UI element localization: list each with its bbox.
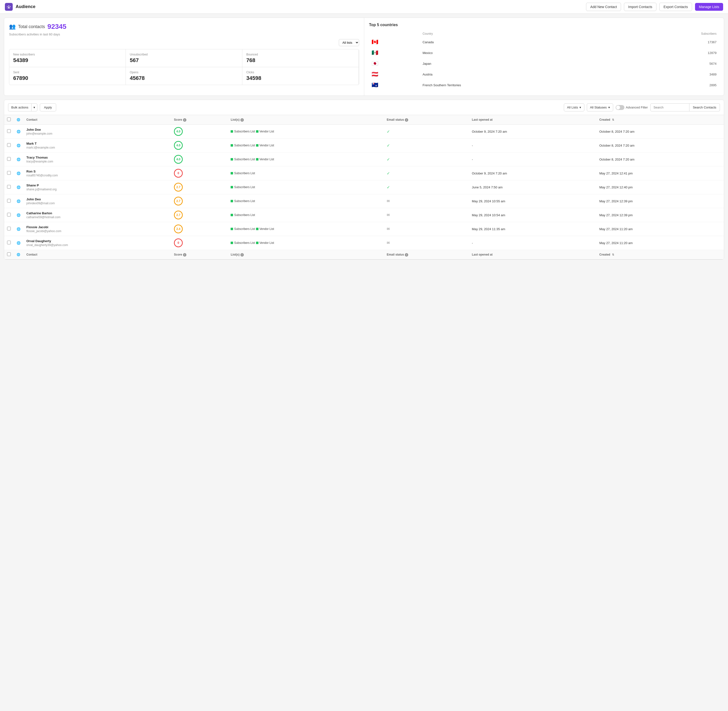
footer-score-info-icon[interactable]: i: [183, 253, 186, 257]
contact-name[interactable]: Shane P: [27, 183, 168, 187]
row-globe-cell: 🌐: [14, 139, 24, 152]
all-statuses-dropdown[interactable]: All Statuses ▾: [587, 103, 613, 111]
lists-cell: Subscribers ListVendor List: [228, 236, 384, 250]
row-checkbox[interactable]: [7, 240, 11, 244]
row-globe-icon: 🌐: [16, 227, 21, 231]
table-footer-row: 🌐 Contact Score i List(s) i Email status…: [4, 250, 724, 260]
col-last-opened-header: Last opened at: [469, 115, 596, 125]
footer-select-all-checkbox[interactable]: [7, 252, 11, 256]
row-checkbox[interactable]: [7, 143, 11, 147]
bulk-actions-button[interactable]: Bulk actions: [8, 103, 31, 111]
row-checkbox-cell: [4, 139, 14, 152]
contact-name[interactable]: Tracy Thomas: [27, 156, 168, 159]
list-dot: [231, 144, 233, 147]
row-checkbox-cell: [4, 152, 14, 167]
contacts-table-area: Bulk actions ▾ Apply All Lists ▾ All Sta…: [4, 100, 724, 260]
search-contacts-button[interactable]: Search Contacts: [690, 103, 720, 111]
contact-cell: Tracy Thomas tracy@example.com: [24, 152, 171, 167]
score-cell: 4.0: [171, 139, 228, 152]
footer-globe-icon: 🌐: [16, 253, 20, 256]
search-input[interactable]: [650, 103, 690, 111]
score-circle: 4.0: [174, 141, 183, 150]
footer-col-created: Created ⇅: [596, 250, 724, 260]
all-lists-select[interactable]: All lists: [339, 39, 359, 46]
list-dot: [231, 228, 233, 230]
list-tag: Vendor List: [256, 158, 274, 161]
contact-name[interactable]: John Doe: [27, 128, 168, 131]
created-sort-icon[interactable]: ⇅: [612, 118, 614, 121]
contact-email: tracy@example.com: [27, 160, 168, 163]
contact-name[interactable]: Flossie Jacobi: [27, 225, 168, 229]
bulk-actions-chevron[interactable]: ▾: [31, 103, 37, 111]
lists-info-icon[interactable]: i: [240, 118, 244, 122]
email-status-cell: ✓: [384, 139, 469, 152]
all-lists-dropdown[interactable]: All Lists ▾: [564, 103, 584, 111]
row-checkbox[interactable]: [7, 157, 11, 161]
last-opened-cell: May 29, 2024 10:54 am: [469, 208, 596, 222]
total-contacts-number: 92345: [47, 23, 66, 31]
footer-created-sort-icon[interactable]: ⇅: [612, 253, 614, 256]
globe-header: 🌐: [14, 115, 24, 125]
list-dot: [231, 130, 233, 133]
contact-email: john@example.com: [27, 132, 168, 135]
row-checkbox[interactable]: [7, 185, 11, 189]
apply-button[interactable]: Apply: [40, 103, 56, 111]
row-globe-cell: 🌐: [14, 180, 24, 194]
country-count: 17367: [625, 37, 718, 47]
score-info-icon[interactable]: i: [183, 118, 186, 122]
row-checkbox[interactable]: [7, 213, 11, 217]
row-globe-cell: 🌐: [14, 194, 24, 208]
list-dot: [231, 158, 233, 161]
contact-name[interactable]: Ron S: [27, 170, 168, 173]
contact-cell: Flossie Jacobi flossie_jacobi@yahoo.com: [24, 222, 171, 236]
email-status-cell: ✉: [384, 236, 469, 250]
row-checkbox[interactable]: [7, 199, 11, 202]
list-tag: Subscribers List: [231, 213, 255, 217]
row-checkbox[interactable]: [7, 129, 11, 133]
contact-name[interactable]: Orval Daugherty: [27, 239, 168, 243]
email-status-info-icon[interactable]: i: [405, 118, 408, 122]
country-name: Mexico: [421, 48, 625, 58]
advanced-filter-toggle[interactable]: [616, 105, 625, 110]
email-status-mail: ✉: [387, 240, 390, 245]
app-logo: [5, 3, 13, 11]
score-cell: 0: [171, 236, 228, 250]
country-table: Country Subscribers 🇨🇦 Canada 17367 🇲🇽 M…: [369, 31, 719, 91]
list-tag: Subscribers List: [231, 227, 255, 231]
row-checkbox[interactable]: [7, 227, 11, 230]
list-tag: Vendor List: [256, 227, 274, 231]
footer-lists-info-icon[interactable]: i: [240, 253, 244, 257]
contact-name[interactable]: John Deo: [27, 198, 168, 201]
list-tag: Vendor List: [256, 241, 274, 245]
email-status-mail: ✉: [387, 227, 390, 231]
email-status-check: ✓: [387, 185, 390, 189]
footer-globe-header: 🌐: [14, 250, 24, 260]
metric-cell: Opens45678: [126, 67, 242, 85]
footer-email-status-info-icon[interactable]: i: [405, 253, 408, 257]
email-status-check: ✓: [387, 171, 390, 176]
metric-cell: Unsubscribed567: [126, 49, 242, 67]
export-contacts-button[interactable]: Export Contacts: [659, 3, 692, 11]
manage-lists-button[interactable]: Manage Lists: [695, 3, 723, 11]
score-cell: 2.7: [171, 208, 228, 222]
add-contact-button[interactable]: Add New Contact: [586, 3, 621, 11]
lists-cell: Subscribers List: [228, 180, 384, 194]
advanced-filter-label: Advanced Filter: [626, 106, 648, 109]
row-globe-cell: 🌐: [14, 236, 24, 250]
contact-name[interactable]: Catharine Barton: [27, 211, 168, 215]
email-status-cell: ✉: [384, 222, 469, 236]
list-tag: Subscribers List: [231, 199, 255, 203]
country-row: 🇯🇵 Japan 5674: [370, 58, 719, 69]
import-contacts-button[interactable]: Import Contacts: [624, 3, 656, 11]
select-all-checkbox[interactable]: [7, 118, 11, 121]
row-checkbox[interactable]: [7, 171, 11, 175]
country-name: Canada: [421, 37, 625, 47]
created-cell: May 27, 2024 11:20 am: [596, 236, 724, 250]
row-globe-icon: 🌐: [16, 213, 21, 217]
contact-name[interactable]: Mark T: [27, 142, 168, 145]
list-dot: [256, 228, 258, 230]
app-title: Audience: [16, 4, 35, 9]
svg-point-0: [8, 5, 10, 7]
row-checkbox-cell: [4, 194, 14, 208]
footer-col-score: Score i: [171, 250, 228, 260]
